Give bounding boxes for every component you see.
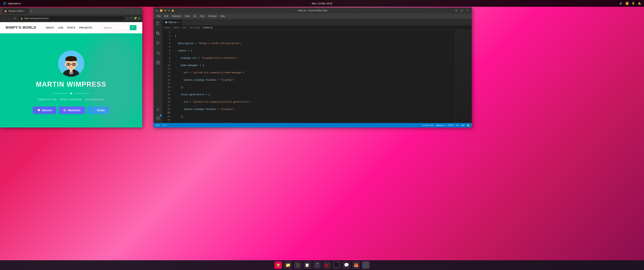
menu-file[interactable]: File (156, 14, 162, 18)
taskbar-chat[interactable]: 💬 (342, 261, 350, 269)
battery-icon[interactable]: 🔋 (632, 2, 635, 5)
breadcrumb: home › martin › Zero › nix-config › ≡ fl… (162, 25, 472, 30)
menu-icon[interactable]: ☰ (138, 17, 140, 20)
extensions-icon[interactable]: 🧩 (134, 17, 137, 20)
breadcrumb-martin[interactable]: martin (173, 26, 179, 29)
indent-mode[interactable]: Spaces: 2 (436, 124, 445, 126)
settings-badge: 1 (160, 114, 162, 117)
file-encoding[interactable]: UTF-8 (448, 124, 454, 126)
activity-settings-icon[interactable]: 1 (155, 115, 161, 121)
svg-point-18 (76, 63, 78, 66)
activity-search-icon[interactable] (155, 30, 161, 37)
shield-icon[interactable]: 🛡 (130, 17, 132, 20)
menu-go[interactable]: Go (192, 14, 198, 18)
menu-help[interactable]: Help (219, 14, 226, 18)
taskbar-brave[interactable]: 🦁 (274, 261, 282, 269)
volume-icon[interactable]: 🔊 (619, 2, 622, 5)
taskbar-youtube[interactable]: ▶ (323, 261, 330, 269)
refresh-button[interactable]: ↻ (13, 16, 17, 21)
hero-name: MARTIN WIMPRESS (36, 80, 106, 88)
ln-17: 17 (162, 89, 170, 93)
menu-selection[interactable]: Selection (170, 14, 182, 18)
taskbar-photos[interactable]: 🖼 (333, 261, 340, 269)
browser-tab-wimpysworld[interactable]: 🦊 Wimpy's World ✕ (2, 8, 29, 14)
tab-area: 🦊 Wimpy's World ✕ + (2, 8, 123, 14)
nav-links: ABOUT LIVE POSTS PROJECTS (46, 26, 92, 29)
breadcrumb-zero[interactable]: Zero (182, 26, 187, 29)
vscode-maximize-button[interactable]: ⊡ (460, 9, 464, 12)
error-count[interactable]: ⓪ 0 (156, 124, 160, 127)
nav-live[interactable]: LIVE (58, 26, 64, 29)
discord-button[interactable]: 💬 Discord (33, 106, 56, 114)
ln-1: 1 (162, 31, 170, 34)
language-mode[interactable]: Nix (461, 124, 464, 126)
taskbar-terminal[interactable]: ⬛ (294, 261, 302, 269)
ln-3: 3 (162, 38, 170, 42)
activity-run-icon[interactable] (155, 50, 161, 56)
twitter-icon: 🐦 (92, 109, 95, 112)
editor-area: ≡ flake.nix ✕ home › martin › Zero › nix… (162, 19, 472, 123)
hero-tagline: INNOVATION · OPEN SOURCE · LEADERSHIP (38, 98, 104, 101)
tab-close-button[interactable]: ✕ (178, 21, 179, 23)
taskbar-text[interactable]: 📝 (304, 261, 311, 269)
notifications-icon[interactable]: 🔔 (467, 124, 470, 126)
line-ending[interactable]: LF (456, 124, 459, 126)
notification-icon[interactable]: 🔔 (638, 2, 641, 5)
forward-button[interactable]: → (8, 16, 12, 21)
browser-close-button[interactable]: × (136, 9, 140, 13)
code-line-2: description = "Wimpy's NixOS Configurati… (175, 42, 455, 45)
network-icon[interactable]: 📶 (626, 2, 629, 5)
menu-run[interactable]: Run (199, 14, 206, 18)
code-line-4: nixpkgs.url = "nixpkgs/nixos-unstable"; (175, 56, 455, 60)
divider-star: ★ (70, 91, 73, 95)
website-search[interactable]: 🔍 (102, 25, 137, 30)
new-tab-button[interactable]: + (30, 9, 33, 14)
applications-label[interactable]: Applications (8, 2, 21, 5)
cursor-position[interactable]: Ln 23, Col 6 (422, 124, 434, 126)
vscode-minimize-button[interactable]: ⊟ (454, 9, 458, 12)
nav-about[interactable]: ABOUT (46, 26, 54, 29)
activity-bar: 1 (154, 19, 162, 123)
activity-files-icon[interactable] (155, 20, 161, 27)
code-content[interactable]: { description = "Wimpy's NixOS Configura… (172, 30, 455, 123)
editor-scroll-area[interactable]: 1 2 3 4 5 6 7 8 9 10 11 12 13 14 (162, 30, 472, 123)
website-search-input[interactable] (102, 25, 130, 30)
twitter-button[interactable]: 🐦 Twitter (88, 106, 110, 114)
code-editor[interactable]: 1 2 3 4 5 6 7 8 9 10 11 12 13 14 (162, 30, 455, 123)
toolbar-actions: ☆ 🛡 🧩 ☰ (126, 17, 140, 20)
menu-edit[interactable]: Edit (163, 14, 170, 18)
breadcrumb-nix-config[interactable]: nix-config (190, 26, 200, 29)
code-line-7: inputs.nixpkgs.follows = "nixpkgs"; (175, 78, 455, 82)
warning-count[interactable]: ⚠ 0 (162, 124, 166, 126)
applications-icon[interactable]: 🌐 (3, 2, 6, 5)
taskbar-files[interactable]: 📁 (284, 261, 292, 269)
mastodon-button[interactable]: 🐘 Mastodon (59, 106, 85, 114)
browser-minimize-button[interactable]: − (125, 9, 129, 13)
website-search-button[interactable]: 🔍 (130, 25, 136, 30)
taskbar-vscode[interactable]: ⬡ (362, 261, 370, 269)
tab-close-button[interactable]: ✕ (25, 10, 26, 12)
browser-maximize-button[interactable]: □ (130, 9, 134, 13)
nav-posts[interactable]: POSTS (67, 26, 75, 29)
mastodon-icon: 🐘 (63, 109, 66, 112)
back-button[interactable]: ← (2, 16, 6, 21)
vscode-close-button[interactable]: ✕ (466, 9, 470, 12)
mastodon-label: Mastodon (68, 109, 80, 112)
svg-point-13 (68, 64, 69, 65)
svg-rect-9 (66, 59, 77, 61)
breadcrumb-file[interactable]: ≡ flake.nix (202, 26, 212, 29)
taskbar-music[interactable]: 🎵 (314, 261, 321, 269)
activity-account-icon[interactable] (155, 106, 161, 113)
activity-extensions-icon[interactable] (155, 59, 161, 66)
bookmark-icon[interactable]: ☆ (126, 17, 129, 20)
breadcrumb-home[interactable]: home (164, 26, 170, 29)
address-bar[interactable]: 🔒 https://wimpysworld.com (18, 16, 125, 21)
menu-terminal[interactable]: Terminal (206, 14, 218, 18)
taskbar-firefox[interactable]: 🦊 (352, 261, 360, 269)
ln-11: 11 (162, 67, 170, 71)
nav-projects[interactable]: PROJECTS (79, 26, 92, 29)
ln-4: 4 (162, 42, 170, 45)
activity-source-control-icon[interactable] (155, 40, 161, 47)
editor-tab-flake-nix[interactable]: ≡ flake.nix ✕ (162, 19, 182, 25)
menu-view[interactable]: View (183, 14, 191, 18)
